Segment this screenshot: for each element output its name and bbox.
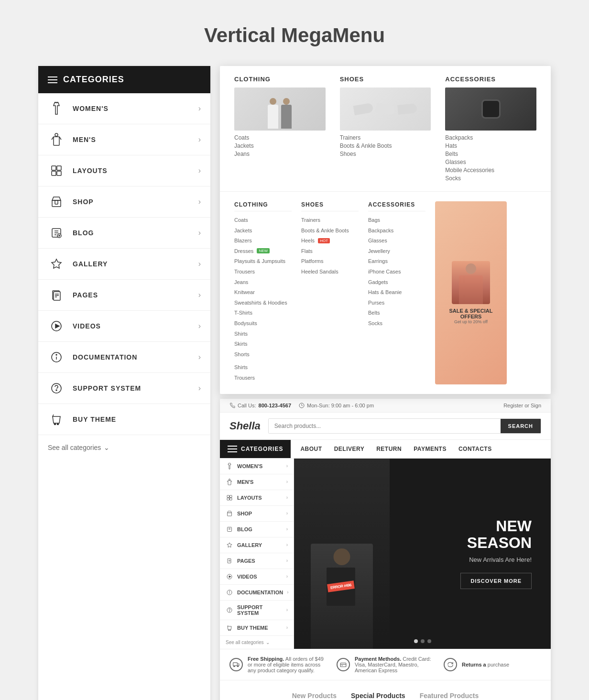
search-button[interactable]: SEARCH [501, 419, 541, 433]
clothing-link-coats[interactable]: Coats [234, 134, 326, 141]
preview-topbar: Call Us: 800-123-4567 Mon-Sun: 9:00 am -… [220, 399, 551, 413]
shoes-link-shoes[interactable]: Shoes [340, 151, 431, 157]
det-acc-bags[interactable]: Bags [368, 216, 425, 225]
det-clothing-coats[interactable]: Coats [234, 216, 292, 225]
acc-link-mobile[interactable]: Mobile Accessories [445, 167, 536, 174]
mega-col-clothing-title: CLOTHING [234, 201, 292, 211]
sidebar-item-mens[interactable]: MEN'S › [38, 124, 210, 155]
det-acc-earrings[interactable]: Earrings [368, 257, 425, 266]
acc-link-socks[interactable]: Socks [445, 175, 536, 182]
sidebar-item-videos[interactable]: VIDEOS › [38, 311, 210, 342]
det-clothing-jackets[interactable]: Jackets [234, 227, 292, 235]
det-clothing-trousers-bottom[interactable]: Trousers [234, 374, 292, 383]
det-shoes-boots[interactable]: Boots & Ankle Boots [301, 227, 359, 235]
det-acc-hats[interactable]: Hats & Beanie [368, 288, 425, 297]
sale-title-2: OFFERS [460, 314, 482, 319]
mini-see-all[interactable]: See all categories ⌄ [220, 636, 294, 649]
mini-sidebar-documentation[interactable]: DOCUMENTATION › [220, 585, 294, 601]
mini-sidebar-buy[interactable]: BUY THEME › [220, 620, 294, 636]
mini-sidebar-layouts[interactable]: LAYOUTS › [220, 490, 294, 506]
right-content: CLOTHING [220, 66, 551, 700]
det-acc-gadgets[interactable]: Gadgets [368, 278, 425, 287]
svg-marker-23 [55, 324, 59, 328]
det-clothing-sweatshirts[interactable]: Sweatshirts & Hoodies [234, 299, 292, 307]
nav-item-delivery[interactable]: DELIVERY [329, 440, 370, 458]
det-acc-backpacks[interactable]: Backpacks [368, 227, 425, 235]
mini-sidebar-gallery[interactable]: GALLERY › [220, 537, 294, 553]
det-clothing-shirts-bottom[interactable]: Shirts [234, 363, 292, 372]
nav-item-return[interactable]: RETURN [371, 440, 406, 458]
det-shoes-flats[interactable]: Flats [301, 247, 359, 256]
hero-subtitle: New Arrivals Are Here! [460, 556, 532, 563]
svg-rect-35 [230, 495, 232, 498]
sidebar-item-layouts[interactable]: LAYOUTS › [38, 155, 210, 186]
sidebar-item-blog[interactable]: BLOG › [38, 218, 210, 249]
svg-point-54 [230, 630, 231, 631]
tab-new-products[interactable]: New Products [292, 692, 337, 700]
acc-link-belts[interactable]: Belts [445, 151, 536, 157]
mini-arrow-pages: › [286, 558, 288, 563]
sidebar-item-support[interactable]: SUPPORT SYSTEM › [38, 373, 210, 404]
mini-sidebar-shop[interactable]: SHOP › [220, 506, 294, 522]
sidebar-item-buy[interactable]: BUY THEME [38, 404, 210, 435]
nav-item-payments[interactable]: PAYMENTS [409, 440, 451, 458]
tab-special-products[interactable]: Special Products [351, 692, 405, 700]
det-clothing-knitwear[interactable]: Knitwear [234, 288, 292, 297]
sidebar-item-pages[interactable]: PAGES › [38, 280, 210, 311]
det-acc-jewellery[interactable]: Jewellery [368, 247, 425, 256]
hero-dot-2[interactable] [421, 639, 425, 643]
svg-marker-47 [229, 576, 231, 578]
acc-link-backpacks[interactable]: Backpacks [445, 134, 536, 141]
det-clothing-shorts[interactable]: Shorts [234, 350, 292, 359]
see-all-categories[interactable]: See all categories ⌄ [38, 435, 210, 460]
nav-item-contacts[interactable]: CONTACTS [454, 440, 497, 458]
mini-sidebar-pages[interactable]: PAGES › [220, 553, 294, 569]
sale-banner[interactable]: SALE & SPECIAL OFFERS Get up to 20% off [435, 201, 507, 384]
sidebar-item-label-buy: BUY THEME [73, 416, 201, 423]
mini-sidebar-support[interactable]: SUPPORT SYSTEM › [220, 601, 294, 620]
svg-rect-4 [57, 166, 61, 170]
det-acc-purses[interactable]: Purses [368, 299, 425, 307]
det-acc-socks[interactable]: Socks [368, 319, 425, 328]
mini-sidebar-mens[interactable]: MEN'S › [220, 474, 294, 490]
det-acc-iphone[interactable]: iPhone Cases [368, 268, 425, 276]
hero-dot-3[interactable] [427, 639, 431, 643]
det-shoes-platforms[interactable]: Platforms [301, 257, 359, 266]
det-shoes-heels[interactable]: Heels HOT [301, 237, 359, 245]
sidebar-item-gallery[interactable]: GALLERY › [38, 249, 210, 280]
det-shoes-heeled-sandals[interactable]: Heeled Sandals [301, 268, 359, 276]
det-clothing-blazers[interactable]: Blazers [234, 237, 292, 245]
shoes-link-boots[interactable]: Boots & Ankle Boots [340, 142, 431, 149]
sidebar-item-documentation[interactable]: DOCUMENTATION › [38, 342, 210, 373]
det-clothing-skirts[interactable]: Skirts [234, 340, 292, 349]
svg-rect-18 [54, 292, 60, 300]
shipping-text: Free Shipping. All orders of $49 or more… [248, 656, 327, 673]
acc-link-glasses[interactable]: Glasses [445, 159, 536, 165]
search-input[interactable] [269, 419, 501, 433]
det-clothing-shirts[interactable]: Shirts [234, 330, 292, 339]
clothing-link-jeans[interactable]: Jeans [234, 151, 326, 157]
nav-item-about[interactable]: ABOUT [295, 440, 327, 458]
det-clothing-dresses[interactable]: Dresses NEW [234, 247, 292, 256]
det-clothing-playsuits[interactable]: Playsuits & Jumpsuits [234, 257, 292, 266]
mini-sidebar-womens[interactable]: WOMEN'S › [220, 459, 294, 474]
det-clothing-tshirts[interactable]: T-Shirts [234, 309, 292, 317]
mega-col-shoes: SHOES Trainers Boots & Ankle Boots Heels… [301, 201, 359, 384]
sidebar-item-shop[interactable]: SHOP › [38, 186, 210, 218]
mini-sidebar-blog[interactable]: BLOG › [220, 522, 294, 537]
det-clothing-trousers[interactable]: Trousers [234, 268, 292, 276]
det-acc-belts[interactable]: Belts [368, 309, 425, 317]
clothing-link-jackets[interactable]: Jackets [234, 142, 326, 149]
discover-more-button[interactable]: DISCOVER MORE [460, 573, 532, 589]
hero-dot-1[interactable] [414, 639, 418, 643]
det-clothing-jeans[interactable]: Jeans [234, 278, 292, 287]
acc-link-hats[interactable]: Hats [445, 142, 536, 149]
sidebar-item-womens[interactable]: WOMEN'S › [38, 93, 210, 124]
det-acc-glasses[interactable]: Glasses [368, 237, 425, 245]
shoes-link-trainers[interactable]: Trainers [340, 134, 431, 141]
tab-featured-products[interactable]: Featured Products [420, 692, 479, 700]
det-clothing-bodysuits[interactable]: Bodysuits [234, 319, 292, 328]
det-shoes-trainers[interactable]: Trainers [301, 216, 359, 225]
mini-sidebar-videos[interactable]: VIDEOS › [220, 569, 294, 585]
nav-categories-btn[interactable]: CATEGORIES [220, 440, 291, 458]
